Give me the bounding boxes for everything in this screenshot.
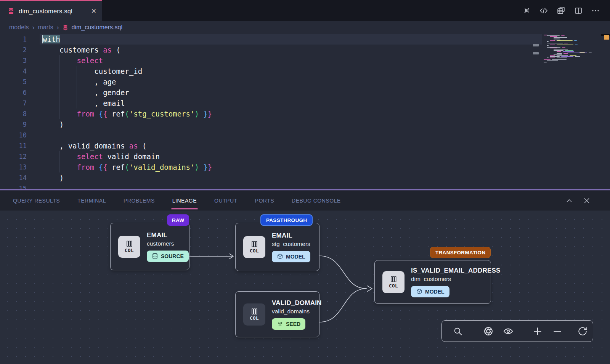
split-editor-icon[interactable] [574, 6, 583, 15]
zoom-in-icon[interactable] [532, 326, 543, 337]
model-badge: MODEL [411, 286, 449, 297]
line-number: 14 [0, 172, 27, 183]
minimap-selection-mark [533, 52, 539, 54]
model-badge: MODEL [272, 251, 310, 262]
eye-icon[interactable] [503, 326, 514, 337]
lineage-toolbar [441, 320, 593, 342]
breadcrumb-separator: › [32, 24, 35, 32]
code-line[interactable]: customers as ( [42, 45, 541, 55]
code-line[interactable]: ) [42, 119, 541, 130]
line-number: 11 [0, 140, 27, 151]
column-tile: COL [382, 271, 405, 293]
more-actions-icon[interactable] [591, 6, 600, 15]
line-number: 10 [0, 130, 27, 140]
panel-tab-terminal[interactable]: TERMINAL [77, 190, 106, 211]
line-number-gutter: 123456789101112131415 [0, 34, 27, 189]
line-number: 4 [0, 66, 27, 77]
aperture-icon[interactable] [483, 326, 493, 336]
close-panel-icon[interactable] [583, 196, 591, 205]
panel-tab-output[interactable]: OUTPUT [214, 190, 238, 211]
column-tile: COL [118, 236, 140, 258]
code-line[interactable] [42, 183, 541, 189]
database-icon [63, 25, 68, 30]
lineage-node-customers[interactable]: COL EMAIL customers SOURCE [110, 223, 189, 270]
line-number: 2 [0, 45, 27, 55]
node-subtitle: valid_domains [272, 308, 310, 315]
database-icon [152, 253, 158, 259]
lineage-node-stg-customers[interactable]: COL EMAIL stg_customers MODEL [235, 223, 319, 271]
search-icon[interactable] [453, 326, 463, 336]
code-line[interactable]: select [42, 55, 541, 66]
lineage-canvas[interactable]: COL EMAIL customers SOURCE COL EMAIL stg… [0, 211, 610, 364]
line-number: 6 [0, 87, 27, 98]
minimap[interactable] [544, 35, 601, 69]
code-line[interactable]: , email [42, 98, 541, 109]
code-content[interactable]: with customers as ( select customer_id ,… [42, 34, 541, 189]
database-icon [8, 8, 14, 14]
tab-close-icon[interactable]: ✕ [90, 7, 97, 15]
node-title: IS_VALID_EMAIL_ADDRESS [411, 267, 501, 275]
editor-actions [522, 0, 610, 21]
breadcrumb-item-models[interactable]: models [9, 24, 29, 31]
code-line[interactable]: from {{ ref('stg_customers') }} [42, 109, 541, 119]
panel-tab-query-results[interactable]: QUERY RESULTS [13, 190, 60, 211]
passthrough-tag: PASSTHROUGH [260, 214, 313, 226]
code-line[interactable]: , age [42, 77, 541, 87]
seedling-icon [277, 321, 283, 327]
overview-ruler-marker[interactable] [604, 35, 609, 40]
cube-icon [416, 288, 422, 295]
code-line[interactable]: , gender [42, 87, 541, 98]
breadcrumb: models › marts › dim_customers.sql [0, 21, 610, 34]
lineage-node-valid-domains[interactable]: COL VALID_DOMAIN valid_domains SEED [235, 291, 319, 337]
line-number: 13 [0, 162, 27, 172]
indent-guide [59, 55, 59, 119]
panel-tab-debug-console[interactable]: DEBUG CONSOLE [292, 190, 341, 211]
breadcrumb-item-marts[interactable]: marts [38, 24, 53, 31]
indent-guide [41, 45, 41, 188]
indent-guide [77, 66, 77, 109]
breadcrumb-separator: › [57, 24, 59, 32]
panel-tab-ports[interactable]: PORTS [255, 190, 274, 211]
lineage-node-dim-customers[interactable]: COL IS_VALID_EMAIL_ADDRESS dim_customers… [374, 260, 491, 304]
col-label: COL [125, 247, 134, 253]
panel-tab-problems[interactable]: PROBLEMS [124, 190, 155, 211]
node-subtitle: customers [147, 240, 174, 247]
code-editor[interactable]: 123456789101112131415 with customers as … [0, 34, 610, 189]
code-preview-icon[interactable] [539, 6, 548, 15]
columns-icon [250, 240, 258, 248]
col-label: COL [250, 248, 259, 254]
indent-guide [59, 151, 59, 172]
columns-icon [390, 275, 397, 283]
ide-window: dim_customers.sql ✕ [0, 0, 610, 364]
code-line[interactable] [42, 130, 541, 140]
chevron-up-icon[interactable] [565, 196, 573, 205]
breadcrumb-item-current-file[interactable]: dim_customers.sql [72, 24, 122, 31]
seed-badge: SEED [272, 318, 305, 330]
code-line[interactable]: ) [42, 172, 541, 183]
copy-table-icon[interactable] [556, 6, 566, 15]
dbt-logo-icon[interactable] [522, 6, 531, 15]
editor-tab-bar: dim_customers.sql ✕ [0, 0, 610, 21]
column-tile: COL [243, 236, 265, 258]
transformation-tag: TRANSFORMATION [430, 247, 491, 258]
col-label: COL [389, 283, 398, 289]
code-line[interactable]: with [42, 34, 541, 45]
code-line[interactable]: , valid_domains as ( [42, 140, 541, 151]
columns-icon [125, 240, 133, 247]
zoom-out-icon[interactable] [552, 326, 563, 337]
tab-dim-customers-sql[interactable]: dim_customers.sql ✕ [0, 0, 102, 21]
code-line[interactable]: customer_id [42, 66, 541, 77]
panel-actions [565, 190, 591, 211]
line-number: 1 [0, 34, 27, 45]
node-title: EMAIL [147, 231, 167, 239]
refresh-icon[interactable] [578, 326, 588, 336]
line-number: 7 [0, 98, 27, 109]
code-line[interactable]: select valid_domain [42, 151, 541, 162]
code-line[interactable]: from {{ ref('valid_domains') }} [42, 162, 541, 172]
line-number: 5 [0, 77, 27, 87]
line-number: 15 [0, 183, 27, 189]
columns-icon [250, 308, 258, 315]
column-tile: COL [243, 303, 265, 326]
col-label: COL [250, 315, 259, 321]
panel-tab-lineage[interactable]: LINEAGE [172, 190, 197, 211]
